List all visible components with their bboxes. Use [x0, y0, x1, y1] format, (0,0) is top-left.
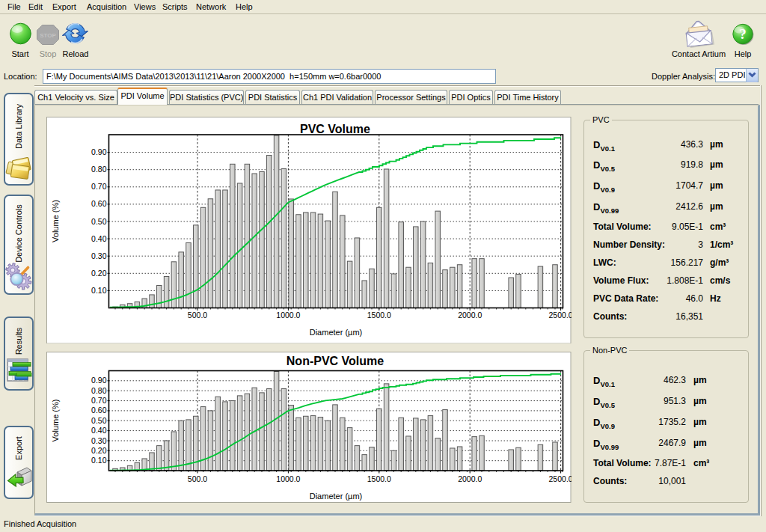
svg-text:Volume (%): Volume (%)	[51, 400, 60, 442]
svg-text:500.0: 500.0	[188, 311, 207, 319]
svg-text:0.90: 0.90	[91, 147, 107, 156]
svg-text:1000.0: 1000.0	[276, 474, 300, 483]
svg-text:0.20: 0.20	[91, 268, 107, 277]
svg-text:500.0: 500.0	[188, 474, 207, 483]
svg-text:0.50: 0.50	[91, 216, 107, 225]
svg-text:0.40: 0.40	[91, 233, 107, 242]
svg-text:PVC Volume: PVC Volume	[300, 123, 370, 135]
svg-text:0.90: 0.90	[91, 376, 107, 385]
svg-text:0.70: 0.70	[91, 396, 107, 405]
svg-text:0.80: 0.80	[91, 386, 107, 395]
svg-text:2000.0: 2000.0	[458, 474, 482, 483]
svg-text:Diameter (µm): Diameter (µm)	[310, 328, 363, 337]
svg-text:0.80: 0.80	[91, 165, 107, 174]
svg-text:?: ?	[739, 26, 747, 42]
svg-text:0.30: 0.30	[91, 436, 107, 445]
svg-text:0.30: 0.30	[91, 251, 107, 260]
svg-text:0.10: 0.10	[91, 285, 107, 294]
svg-text:0.40: 0.40	[91, 426, 107, 435]
svg-text:0.20: 0.20	[91, 446, 107, 455]
svg-text:1500.0: 1500.0	[367, 474, 391, 483]
svg-text:0.60: 0.60	[91, 199, 107, 208]
svg-text:1500.0: 1500.0	[367, 311, 391, 319]
svg-text:0.10: 0.10	[91, 456, 107, 465]
svg-text:Volume (%): Volume (%)	[51, 200, 60, 242]
svg-text:2500.0: 2500.0	[549, 474, 572, 483]
svg-text:STOP: STOP	[40, 32, 56, 39]
svg-text:0.70: 0.70	[91, 182, 107, 191]
svg-text:0.50: 0.50	[91, 416, 107, 425]
svg-text:1000.0: 1000.0	[276, 311, 300, 319]
svg-text:0.60: 0.60	[91, 406, 107, 415]
svg-text:Non-PVC Volume: Non-PVC Volume	[287, 355, 384, 367]
svg-text:Diameter (µm): Diameter (µm)	[310, 492, 363, 501]
svg-text:2500.0: 2500.0	[549, 311, 572, 319]
svg-text:2000.0: 2000.0	[458, 311, 482, 319]
